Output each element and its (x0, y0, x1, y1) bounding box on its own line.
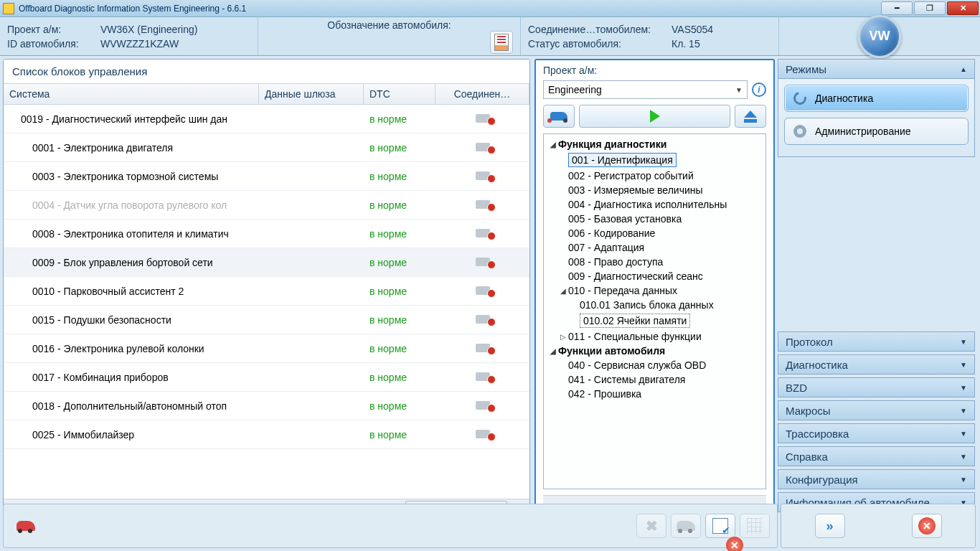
cell-system: 0004 - Датчик угла поворота рулевого кол (4, 199, 259, 211)
tree-item[interactable]: ▷011 - Специальные функции (545, 329, 764, 344)
tree-label: 040 - Сервисная служба OBD (568, 359, 706, 371)
tree-item[interactable]: 041 - Системы двигателя (545, 372, 764, 387)
modes-body: Диагностика Администрирование (778, 79, 975, 157)
tree-item[interactable]: ◢Функции автомобиля (545, 344, 764, 358)
cell-conn (435, 400, 529, 412)
vehicle-button[interactable] (11, 514, 41, 538)
cell-conn (435, 199, 529, 211)
table-row[interactable]: 0008 - Электроника отопителя и климатичв… (4, 220, 529, 248)
cell-system: 0017 - Комбинация приборов (4, 372, 259, 383)
info-project-col: Проект а/м:VW36X (Engineering) ID автомо… (0, 17, 258, 55)
accordion-section[interactable]: Конфигурация▼ (778, 469, 975, 489)
modes-section-header[interactable]: Режимы▲ (778, 59, 975, 79)
bottom-toolbar: ✖ » ✕ ✕ (0, 501, 980, 551)
table-row[interactable]: 0009 - Блок управления бортовой сетив но… (4, 248, 529, 277)
header-gateway[interactable]: Данные шлюза (259, 84, 364, 104)
table-row[interactable]: 0025 - Иммобилайзерв норме (4, 420, 529, 449)
header-dtc[interactable]: DTC (364, 84, 435, 104)
table-row[interactable]: 0018 - Дополнительный/автономный отопв н… (4, 392, 529, 420)
connection-bad-icon (476, 401, 490, 410)
mode-admin-button[interactable]: Администрирование (784, 118, 969, 145)
bottom-right: » ✕ (781, 504, 976, 548)
cell-system: 0010 - Парковочный ассистент 2 (4, 286, 259, 297)
table-row[interactable]: 0003 - Электроника тормозной системыв но… (4, 162, 529, 191)
cancel-button[interactable]: ✕ (912, 514, 942, 538)
minimize-button[interactable]: ━ (881, 1, 913, 15)
function-tree[interactable]: ◢Функция диагностики001 - Идентификация0… (543, 133, 766, 489)
tree-item[interactable]: 001 - Идентификация (545, 151, 764, 169)
cell-dtc: в норме (364, 400, 435, 412)
grid-body[interactable]: 0019 - Диагностический интерфейс шин дан… (4, 105, 529, 499)
error-badge-icon[interactable]: ✕ (726, 537, 743, 551)
tools-button: ✖ (636, 514, 666, 538)
table-row[interactable]: 0015 - Подушки безопасностив норме (4, 306, 529, 334)
maximize-button[interactable]: ❐ (914, 1, 946, 15)
header-system[interactable]: Система (4, 84, 259, 104)
tree-label: 010 - Передача данных (568, 285, 677, 296)
accordion-section[interactable]: Макросы▼ (778, 400, 975, 420)
info-button[interactable]: i (752, 83, 766, 97)
mode-admin-label: Администрирование (815, 126, 911, 137)
next-button[interactable]: » (815, 514, 845, 538)
table-row[interactable]: 0017 - Комбинация приборовв норме (4, 363, 529, 392)
table-row[interactable]: 0001 - Электроника двигателяв норме (4, 133, 529, 162)
cell-system: 0015 - Подушки безопасности (4, 314, 259, 326)
tree-item[interactable]: 009 - Диагностический сеанс (545, 269, 764, 283)
car-grey-icon (677, 521, 695, 531)
tree-item[interactable]: 002 - Регистратор событий (545, 169, 764, 183)
calendar-check-icon (712, 518, 728, 534)
accordion-section[interactable]: Трассировка▼ (778, 423, 975, 443)
tree-item[interactable]: 042 - Прошивка (545, 387, 764, 401)
connection-bad-icon (476, 286, 490, 295)
cell-conn (435, 257, 529, 268)
accordion-label: Диагностика (786, 359, 848, 371)
tree-item[interactable]: ◢Функция диагностики (545, 137, 764, 151)
tree-item[interactable]: 006 - Кодирование (545, 226, 764, 240)
tree-label: 009 - Диагностический сеанс (568, 270, 703, 282)
cell-conn (435, 286, 529, 297)
accordion-section[interactable]: BZD▼ (778, 377, 975, 397)
tree-item[interactable]: 003 - Измеряемые величины (545, 183, 764, 197)
run-button[interactable] (579, 105, 730, 128)
table-row[interactable]: 0019 - Диагностический интерфейс шин дан… (4, 105, 529, 133)
chevron-down-icon: ▼ (960, 361, 967, 369)
accordion-section[interactable]: Протокол▼ (778, 331, 975, 352)
tree-item[interactable]: 010.01 Запись блока данных (545, 298, 764, 312)
project-label: Проект а/м: (7, 24, 100, 35)
titlebar: Offboard Diagnostic Information System E… (0, 0, 980, 17)
tree-item[interactable]: 005 - Базовая установка (545, 212, 764, 226)
chevron-down-icon: ▼ (960, 384, 967, 392)
table-row[interactable]: 0010 - Парковочный ассистент 2в норме (4, 277, 529, 306)
wrench-icon: ✖ (646, 517, 658, 534)
tree-arrow-icon: ▷ (558, 333, 568, 341)
tree-label: 008 - Право доступа (568, 256, 663, 268)
cell-system: 0018 - Дополнительный/автономный отоп (4, 400, 259, 412)
header-connection[interactable]: Соединен… (435, 84, 529, 104)
eject-button[interactable] (735, 105, 766, 128)
vehicle-select-button[interactable] (543, 105, 575, 128)
cell-conn (435, 314, 529, 326)
accordion-section[interactable]: Диагностика▼ (778, 354, 975, 375)
tree-label: 001 - Идентификация (568, 153, 677, 167)
tree-item[interactable]: 008 - Право доступа (545, 255, 764, 269)
tree-label: 006 - Кодирование (568, 227, 655, 239)
tree-item[interactable]: 007 - Адаптация (545, 240, 764, 255)
tree-item[interactable]: 010.02 Ячейки памяти (545, 312, 764, 329)
connection-value: VAS5054 (672, 24, 713, 35)
project-select[interactable]: Engineering (543, 80, 748, 99)
mode-diagnostics-button[interactable]: Диагностика (784, 85, 969, 112)
tree-item[interactable]: ◢010 - Передача данных (545, 283, 764, 298)
tree-item[interactable]: 040 - Сервисная служба OBD (545, 358, 764, 372)
play-icon (650, 110, 660, 123)
table-row[interactable]: 0016 - Электроника рулевой колонкив норм… (4, 334, 529, 363)
accordion-label: Макросы (786, 405, 831, 417)
schedule-button[interactable] (705, 514, 735, 538)
table-row[interactable]: 0004 - Датчик угла поворота рулевого кол… (4, 191, 529, 220)
tree-item[interactable]: 004 - Диагностика исполнительны (545, 197, 764, 212)
close-button[interactable]: ✕ (947, 1, 979, 15)
car-icon (550, 112, 567, 121)
connection-bad-icon (476, 143, 490, 151)
notes-button[interactable] (490, 31, 513, 54)
info-bar: Проект а/м:VW36X (Engineering) ID автомо… (0, 17, 980, 56)
accordion-section[interactable]: Справка▼ (778, 446, 975, 466)
